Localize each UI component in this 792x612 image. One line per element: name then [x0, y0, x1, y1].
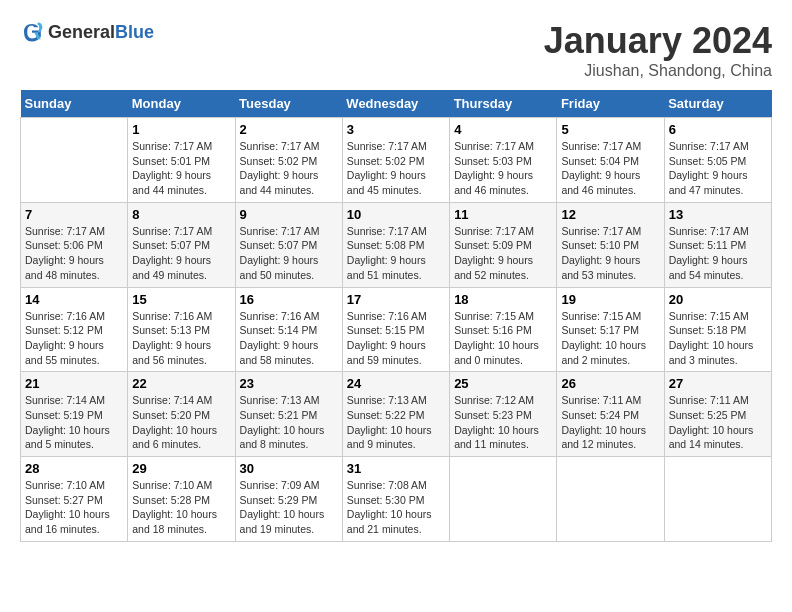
day-number: 4: [454, 122, 552, 137]
day-info: Sunrise: 7:17 AMSunset: 5:08 PMDaylight:…: [347, 224, 445, 283]
day-number: 30: [240, 461, 338, 476]
calendar-week-3: 14Sunrise: 7:16 AMSunset: 5:12 PMDayligh…: [21, 287, 772, 372]
header-friday: Friday: [557, 90, 664, 118]
day-number: 15: [132, 292, 230, 307]
calendar-cell: 17Sunrise: 7:16 AMSunset: 5:15 PMDayligh…: [342, 287, 449, 372]
calendar-cell: 8Sunrise: 7:17 AMSunset: 5:07 PMDaylight…: [128, 202, 235, 287]
calendar-cell: [21, 118, 128, 203]
day-number: 2: [240, 122, 338, 137]
calendar-cell: 15Sunrise: 7:16 AMSunset: 5:13 PMDayligh…: [128, 287, 235, 372]
day-number: 13: [669, 207, 767, 222]
day-info: Sunrise: 7:17 AMSunset: 5:07 PMDaylight:…: [132, 224, 230, 283]
day-info: Sunrise: 7:17 AMSunset: 5:02 PMDaylight:…: [240, 139, 338, 198]
day-number: 24: [347, 376, 445, 391]
calendar-cell: 9Sunrise: 7:17 AMSunset: 5:07 PMDaylight…: [235, 202, 342, 287]
header: GeneralBlue January 2024 Jiushan, Shando…: [20, 20, 772, 80]
day-info: Sunrise: 7:17 AMSunset: 5:04 PMDaylight:…: [561, 139, 659, 198]
calendar-cell: 5Sunrise: 7:17 AMSunset: 5:04 PMDaylight…: [557, 118, 664, 203]
day-number: 10: [347, 207, 445, 222]
day-number: 14: [25, 292, 123, 307]
header-tuesday: Tuesday: [235, 90, 342, 118]
calendar-cell: 2Sunrise: 7:17 AMSunset: 5:02 PMDaylight…: [235, 118, 342, 203]
calendar-cell: 7Sunrise: 7:17 AMSunset: 5:06 PMDaylight…: [21, 202, 128, 287]
calendar-cell: [557, 457, 664, 542]
day-number: 17: [347, 292, 445, 307]
day-number: 21: [25, 376, 123, 391]
day-info: Sunrise: 7:16 AMSunset: 5:15 PMDaylight:…: [347, 309, 445, 368]
day-info: Sunrise: 7:17 AMSunset: 5:01 PMDaylight:…: [132, 139, 230, 198]
calendar-cell: 3Sunrise: 7:17 AMSunset: 5:02 PMDaylight…: [342, 118, 449, 203]
day-number: 9: [240, 207, 338, 222]
day-info: Sunrise: 7:08 AMSunset: 5:30 PMDaylight:…: [347, 478, 445, 537]
day-info: Sunrise: 7:17 AMSunset: 5:11 PMDaylight:…: [669, 224, 767, 283]
logo-general: General: [48, 22, 115, 42]
calendar-cell: 1Sunrise: 7:17 AMSunset: 5:01 PMDaylight…: [128, 118, 235, 203]
day-info: Sunrise: 7:16 AMSunset: 5:13 PMDaylight:…: [132, 309, 230, 368]
day-number: 3: [347, 122, 445, 137]
title-area: January 2024 Jiushan, Shandong, China: [544, 20, 772, 80]
day-info: Sunrise: 7:14 AMSunset: 5:20 PMDaylight:…: [132, 393, 230, 452]
calendar-cell: 13Sunrise: 7:17 AMSunset: 5:11 PMDayligh…: [664, 202, 771, 287]
calendar: Sunday Monday Tuesday Wednesday Thursday…: [20, 90, 772, 542]
calendar-cell: 4Sunrise: 7:17 AMSunset: 5:03 PMDaylight…: [450, 118, 557, 203]
calendar-week-1: 1Sunrise: 7:17 AMSunset: 5:01 PMDaylight…: [21, 118, 772, 203]
calendar-cell: 10Sunrise: 7:17 AMSunset: 5:08 PMDayligh…: [342, 202, 449, 287]
calendar-cell: 18Sunrise: 7:15 AMSunset: 5:16 PMDayligh…: [450, 287, 557, 372]
header-sunday: Sunday: [21, 90, 128, 118]
calendar-cell: 29Sunrise: 7:10 AMSunset: 5:28 PMDayligh…: [128, 457, 235, 542]
day-info: Sunrise: 7:13 AMSunset: 5:22 PMDaylight:…: [347, 393, 445, 452]
calendar-cell: 6Sunrise: 7:17 AMSunset: 5:05 PMDaylight…: [664, 118, 771, 203]
day-number: 12: [561, 207, 659, 222]
subtitle: Jiushan, Shandong, China: [544, 62, 772, 80]
calendar-cell: 26Sunrise: 7:11 AMSunset: 5:24 PMDayligh…: [557, 372, 664, 457]
header-thursday: Thursday: [450, 90, 557, 118]
day-info: Sunrise: 7:17 AMSunset: 5:07 PMDaylight:…: [240, 224, 338, 283]
day-info: Sunrise: 7:17 AMSunset: 5:10 PMDaylight:…: [561, 224, 659, 283]
day-info: Sunrise: 7:11 AMSunset: 5:25 PMDaylight:…: [669, 393, 767, 452]
calendar-cell: 22Sunrise: 7:14 AMSunset: 5:20 PMDayligh…: [128, 372, 235, 457]
calendar-cell: 31Sunrise: 7:08 AMSunset: 5:30 PMDayligh…: [342, 457, 449, 542]
day-number: 20: [669, 292, 767, 307]
day-number: 7: [25, 207, 123, 222]
day-number: 25: [454, 376, 552, 391]
calendar-cell: [450, 457, 557, 542]
calendar-cell: 25Sunrise: 7:12 AMSunset: 5:23 PMDayligh…: [450, 372, 557, 457]
day-info: Sunrise: 7:09 AMSunset: 5:29 PMDaylight:…: [240, 478, 338, 537]
day-number: 28: [25, 461, 123, 476]
header-saturday: Saturday: [664, 90, 771, 118]
day-number: 8: [132, 207, 230, 222]
calendar-week-4: 21Sunrise: 7:14 AMSunset: 5:19 PMDayligh…: [21, 372, 772, 457]
day-number: 18: [454, 292, 552, 307]
day-number: 23: [240, 376, 338, 391]
day-info: Sunrise: 7:13 AMSunset: 5:21 PMDaylight:…: [240, 393, 338, 452]
day-info: Sunrise: 7:14 AMSunset: 5:19 PMDaylight:…: [25, 393, 123, 452]
day-info: Sunrise: 7:17 AMSunset: 5:02 PMDaylight:…: [347, 139, 445, 198]
day-info: Sunrise: 7:17 AMSunset: 5:03 PMDaylight:…: [454, 139, 552, 198]
logo-blue: Blue: [115, 22, 154, 42]
day-number: 11: [454, 207, 552, 222]
day-info: Sunrise: 7:17 AMSunset: 5:09 PMDaylight:…: [454, 224, 552, 283]
calendar-cell: 14Sunrise: 7:16 AMSunset: 5:12 PMDayligh…: [21, 287, 128, 372]
calendar-cell: 12Sunrise: 7:17 AMSunset: 5:10 PMDayligh…: [557, 202, 664, 287]
day-number: 1: [132, 122, 230, 137]
day-info: Sunrise: 7:16 AMSunset: 5:12 PMDaylight:…: [25, 309, 123, 368]
calendar-cell: 30Sunrise: 7:09 AMSunset: 5:29 PMDayligh…: [235, 457, 342, 542]
header-wednesday: Wednesday: [342, 90, 449, 118]
logo-text: GeneralBlue: [48, 22, 154, 43]
calendar-cell: 21Sunrise: 7:14 AMSunset: 5:19 PMDayligh…: [21, 372, 128, 457]
day-info: Sunrise: 7:15 AMSunset: 5:18 PMDaylight:…: [669, 309, 767, 368]
logo: GeneralBlue: [20, 20, 154, 44]
day-number: 19: [561, 292, 659, 307]
calendar-week-5: 28Sunrise: 7:10 AMSunset: 5:27 PMDayligh…: [21, 457, 772, 542]
weekday-header-row: Sunday Monday Tuesday Wednesday Thursday…: [21, 90, 772, 118]
day-number: 6: [669, 122, 767, 137]
day-number: 16: [240, 292, 338, 307]
calendar-cell: 24Sunrise: 7:13 AMSunset: 5:22 PMDayligh…: [342, 372, 449, 457]
day-number: 29: [132, 461, 230, 476]
day-number: 5: [561, 122, 659, 137]
calendar-cell: 11Sunrise: 7:17 AMSunset: 5:09 PMDayligh…: [450, 202, 557, 287]
day-number: 26: [561, 376, 659, 391]
day-info: Sunrise: 7:10 AMSunset: 5:28 PMDaylight:…: [132, 478, 230, 537]
calendar-cell: 28Sunrise: 7:10 AMSunset: 5:27 PMDayligh…: [21, 457, 128, 542]
day-info: Sunrise: 7:17 AMSunset: 5:05 PMDaylight:…: [669, 139, 767, 198]
